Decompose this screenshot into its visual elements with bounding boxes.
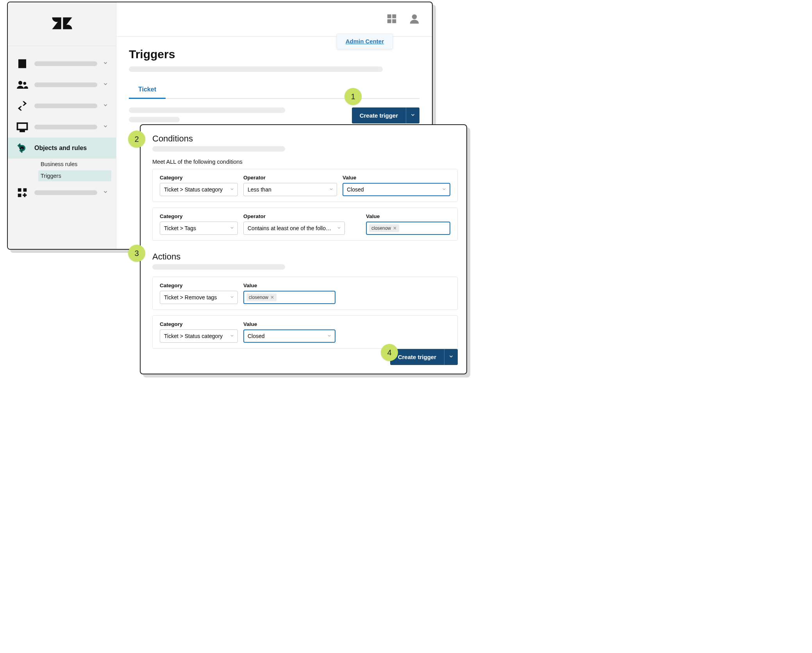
category-select[interactable]: Ticket > Status category (160, 183, 238, 196)
placeholder (129, 117, 180, 122)
people-icon (16, 79, 29, 91)
category-select[interactable]: Ticket > Status category (160, 329, 238, 343)
conditions-title: Conditions (152, 134, 458, 144)
category-label: Category (160, 283, 238, 288)
chevron-down-icon (103, 102, 108, 109)
chevron-down-icon (103, 189, 108, 196)
create-trigger-dropdown[interactable] (406, 107, 419, 123)
placeholder (129, 66, 383, 72)
tags-input[interactable]: closenow✕ (243, 291, 336, 304)
actions-title: Actions (152, 252, 458, 262)
chevron-down-icon (103, 60, 108, 67)
chevron-down-icon (230, 333, 234, 339)
placeholder (34, 104, 97, 108)
placeholder (34, 82, 97, 87)
operator-select[interactable]: Less than (243, 183, 337, 196)
meet-all-label: Meet ALL of the following conditions (152, 159, 458, 165)
trigger-form-panel: Conditions Meet ALL of the following con… (140, 124, 467, 374)
building-icon (16, 58, 29, 70)
svg-rect-7 (387, 14, 391, 18)
tags-input[interactable]: closenow✕ (366, 222, 450, 235)
sidebar-item-objects-rules[interactable]: Objects and rules (8, 138, 116, 159)
action-row: Category Ticket > Status category Value … (152, 315, 458, 349)
sidebar-subitems: Business rules Triggers (8, 159, 116, 181)
remove-tag-icon[interactable]: ✕ (393, 225, 397, 231)
sidebar-item-label: Objects and rules (34, 145, 87, 152)
admin-center-tooltip: Admin Center (337, 34, 393, 49)
create-trigger-button-group: Create trigger (390, 349, 458, 365)
logo (8, 2, 116, 46)
category-select[interactable]: Ticket > Tags (160, 222, 238, 235)
svg-point-3 (23, 82, 27, 85)
create-trigger-button[interactable]: Create trigger (390, 349, 444, 365)
svg-point-11 (412, 14, 417, 19)
placeholder (34, 61, 97, 66)
user-icon[interactable] (409, 13, 420, 26)
monitor-icon (16, 121, 29, 133)
value-select[interactable]: Closed (343, 183, 450, 196)
tab-ticket[interactable]: Ticket (129, 82, 166, 99)
placeholder (152, 146, 285, 152)
zendesk-logo-icon (51, 13, 73, 36)
condition-row: Category Ticket > Tags Operator Contains… (152, 208, 458, 241)
value-label: Value (366, 213, 450, 219)
transfer-icon (16, 100, 29, 112)
operator-select[interactable]: Contains at least one of the following (243, 222, 345, 235)
page-content: Triggers Ticket Create trigger (116, 37, 432, 134)
apps-icon (16, 187, 29, 199)
svg-point-2 (18, 81, 22, 85)
chevron-down-icon (230, 225, 234, 231)
chevron-down-icon (327, 333, 332, 339)
svg-rect-4 (18, 188, 21, 192)
sidebar-item-apps[interactable] (8, 182, 116, 203)
chevron-down-icon (337, 225, 341, 231)
value-label: Value (243, 283, 336, 288)
category-label: Category (160, 321, 238, 327)
action-row: Category Ticket > Remove tags Value clos… (152, 277, 458, 310)
chevron-down-icon (103, 123, 108, 131)
step-badge-1: 1 (344, 88, 362, 105)
value-label: Value (343, 175, 450, 181)
svg-rect-10 (392, 19, 396, 23)
placeholder (34, 190, 97, 195)
svg-rect-6 (18, 194, 21, 197)
admin-center-link[interactable]: Admin Center (346, 38, 384, 45)
sidebar-item-workspaces[interactable] (8, 116, 116, 138)
sidebar: Objects and rules Business rules Trigger… (8, 2, 116, 249)
chevron-down-icon (103, 81, 108, 88)
svg-rect-8 (392, 14, 396, 18)
chevron-down-icon (230, 186, 234, 193)
chevron-down-icon (442, 186, 446, 193)
apps-grid-icon[interactable] (386, 13, 398, 26)
placeholder (129, 107, 285, 113)
placeholder (34, 125, 97, 129)
sidebar-sub-business-rules[interactable]: Business rules (38, 159, 111, 170)
value-select[interactable]: Closed (243, 329, 336, 343)
category-label: Category (160, 213, 238, 219)
sidebar-item-account[interactable] (8, 53, 116, 74)
rules-icon (16, 142, 29, 154)
chevron-down-icon (329, 186, 334, 193)
svg-rect-5 (23, 188, 27, 192)
tag-pill: closenow✕ (246, 293, 277, 301)
placeholder (152, 264, 285, 270)
topbar (116, 2, 432, 37)
operator-label: Operator (243, 175, 337, 181)
category-select[interactable]: Ticket > Remove tags (160, 291, 238, 304)
category-label: Category (160, 175, 238, 181)
step-badge-2: 2 (128, 131, 145, 148)
step-badge-3: 3 (128, 245, 145, 262)
chevron-down-icon (230, 294, 234, 301)
sidebar-item-channels[interactable] (8, 95, 116, 116)
remove-tag-icon[interactable]: ✕ (270, 295, 274, 300)
operator-label: Operator (243, 213, 345, 219)
create-trigger-button[interactable]: Create trigger (352, 107, 406, 123)
condition-row: Category Ticket > Status category Operat… (152, 169, 458, 202)
sidebar-item-people[interactable] (8, 74, 116, 95)
tabs: Ticket (129, 82, 419, 99)
create-trigger-dropdown[interactable] (444, 349, 458, 365)
page-title: Triggers (129, 48, 419, 61)
sidebar-nav: Objects and rules Business rules Trigger… (8, 46, 116, 210)
sidebar-sub-triggers[interactable]: Triggers (38, 170, 111, 181)
svg-rect-9 (387, 19, 391, 23)
